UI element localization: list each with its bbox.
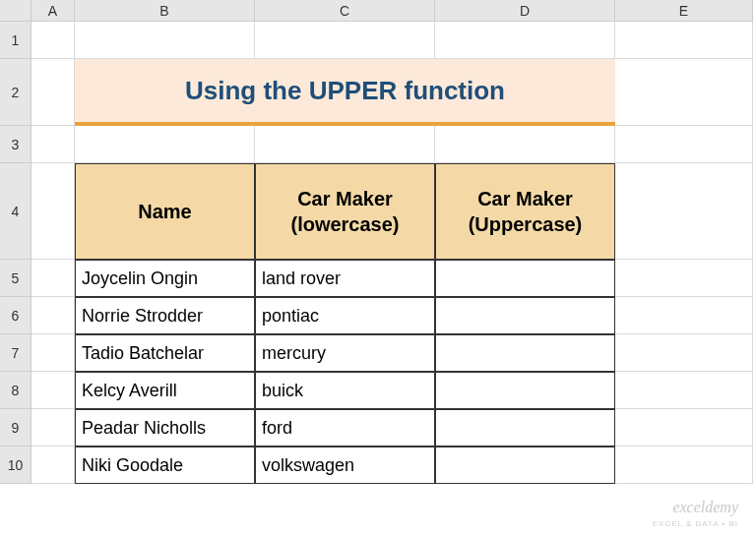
cell[interactable] bbox=[615, 334, 753, 372]
col-header-B[interactable]: B bbox=[75, 0, 255, 22]
row-header-6[interactable]: 6 bbox=[0, 297, 32, 334]
cell[interactable] bbox=[615, 447, 753, 484]
table-cell-upper[interactable] bbox=[435, 409, 615, 447]
table-cell-upper[interactable] bbox=[435, 260, 615, 297]
row-header-7[interactable]: 7 bbox=[0, 334, 32, 372]
table-header-lower[interactable]: Car Maker (lowercase) bbox=[255, 163, 435, 260]
table-cell-lower[interactable]: land rover bbox=[255, 260, 435, 297]
table-cell-upper[interactable] bbox=[435, 297, 615, 334]
cell[interactable] bbox=[435, 22, 615, 59]
select-all-corner[interactable] bbox=[0, 0, 32, 22]
col-header-D[interactable]: D bbox=[435, 0, 615, 22]
row-header-3[interactable]: 3 bbox=[0, 126, 32, 163]
cell[interactable] bbox=[615, 297, 753, 334]
table-cell-lower[interactable]: pontiac bbox=[255, 297, 435, 334]
cell[interactable] bbox=[32, 334, 75, 372]
cell[interactable] bbox=[615, 372, 753, 409]
col-header-C[interactable]: C bbox=[255, 0, 435, 22]
col-header-A[interactable]: A bbox=[32, 0, 75, 22]
cell[interactable] bbox=[255, 22, 435, 59]
cell[interactable] bbox=[615, 22, 753, 59]
table-cell-name[interactable]: Norrie Strodder bbox=[75, 297, 255, 334]
table-cell-lower[interactable]: buick bbox=[255, 372, 435, 409]
cell[interactable] bbox=[32, 163, 75, 260]
table-cell-name[interactable]: Joycelin Ongin bbox=[75, 260, 255, 297]
row-header-5[interactable]: 5 bbox=[0, 260, 32, 297]
col-header-E[interactable]: E bbox=[615, 0, 753, 22]
row-header-8[interactable]: 8 bbox=[0, 372, 32, 409]
row-header-9[interactable]: 9 bbox=[0, 409, 32, 447]
table-cell-lower[interactable]: mercury bbox=[255, 334, 435, 372]
cell[interactable] bbox=[615, 260, 753, 297]
cell[interactable] bbox=[32, 59, 75, 126]
table-header-name[interactable]: Name bbox=[75, 163, 255, 260]
cell[interactable] bbox=[32, 22, 75, 59]
row-header-1[interactable]: 1 bbox=[0, 22, 32, 59]
cell[interactable] bbox=[32, 409, 75, 447]
cell[interactable] bbox=[32, 126, 75, 163]
cell[interactable] bbox=[32, 372, 75, 409]
cell[interactable] bbox=[75, 126, 255, 163]
cell[interactable] bbox=[615, 163, 753, 260]
cell[interactable] bbox=[435, 126, 615, 163]
table-cell-name[interactable]: Kelcy Averill bbox=[75, 372, 255, 409]
cell[interactable] bbox=[32, 260, 75, 297]
row-header-4[interactable]: 4 bbox=[0, 163, 32, 260]
table-cell-lower[interactable]: volkswagen bbox=[255, 447, 435, 484]
cell[interactable] bbox=[32, 447, 75, 484]
watermark-subtitle: EXCEL & DATA • BI bbox=[653, 519, 738, 528]
spreadsheet-grid: A B C D E 1 2 Using the UPPER function 3… bbox=[0, 0, 756, 484]
table-cell-upper[interactable] bbox=[435, 372, 615, 409]
table-cell-upper[interactable] bbox=[435, 447, 615, 484]
row-header-2[interactable]: 2 bbox=[0, 59, 32, 126]
watermark-logo: exceldemy bbox=[672, 499, 738, 516]
table-cell-upper[interactable] bbox=[435, 334, 615, 372]
table-cell-name[interactable]: Niki Goodale bbox=[75, 447, 255, 484]
table-cell-lower[interactable]: ford bbox=[255, 409, 435, 447]
table-cell-name[interactable]: Peadar Nicholls bbox=[75, 409, 255, 447]
cell[interactable] bbox=[615, 126, 753, 163]
page-title[interactable]: Using the UPPER function bbox=[75, 59, 615, 126]
cell[interactable] bbox=[75, 22, 255, 59]
cell[interactable] bbox=[615, 59, 753, 126]
cell[interactable] bbox=[615, 409, 753, 447]
table-cell-name[interactable]: Tadio Batchelar bbox=[75, 334, 255, 372]
cell[interactable] bbox=[32, 297, 75, 334]
cell[interactable] bbox=[255, 126, 435, 163]
row-header-10[interactable]: 10 bbox=[0, 447, 32, 484]
table-header-upper[interactable]: Car Maker (Uppercase) bbox=[435, 163, 615, 260]
